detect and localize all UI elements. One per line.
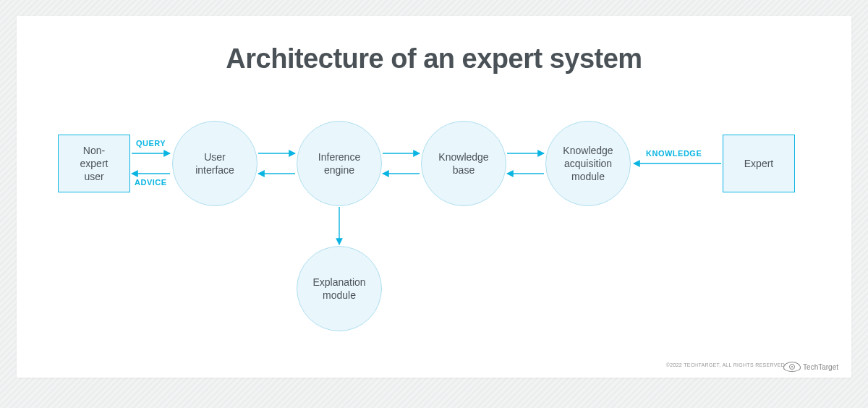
node-user-interface: Userinterface: [172, 121, 258, 206]
arrow-layer: [17, 16, 851, 378]
node-explanation-module: Explanationmodule: [297, 246, 382, 331]
techtarget-logo: TechTarget: [783, 362, 838, 372]
edge-label-advice: ADVICE: [135, 178, 167, 187]
edge-label-query: QUERY: [136, 139, 166, 148]
node-inference-engine: Inferenceengine: [297, 121, 382, 206]
diagram-stage: Non-expertuser Userinterface Inferenceen…: [17, 16, 851, 378]
brand-text: TechTarget: [803, 363, 838, 371]
eye-icon: [783, 362, 801, 372]
node-expert: Expert: [723, 135, 795, 192]
edge-label-knowledge: KNOWLEDGE: [646, 149, 702, 158]
node-knowledge-acquisition: Knowledgeacquisitionmodule: [545, 121, 631, 206]
node-non-expert-user: Non-expertuser: [58, 135, 130, 192]
copyright-text: ©2022 TECHTARGET, ALL RIGHTS RESERVED: [666, 362, 785, 367]
diagram-card: Architecture of an expert system: [17, 16, 851, 378]
node-knowledge-base: Knowledgebase: [421, 121, 506, 206]
